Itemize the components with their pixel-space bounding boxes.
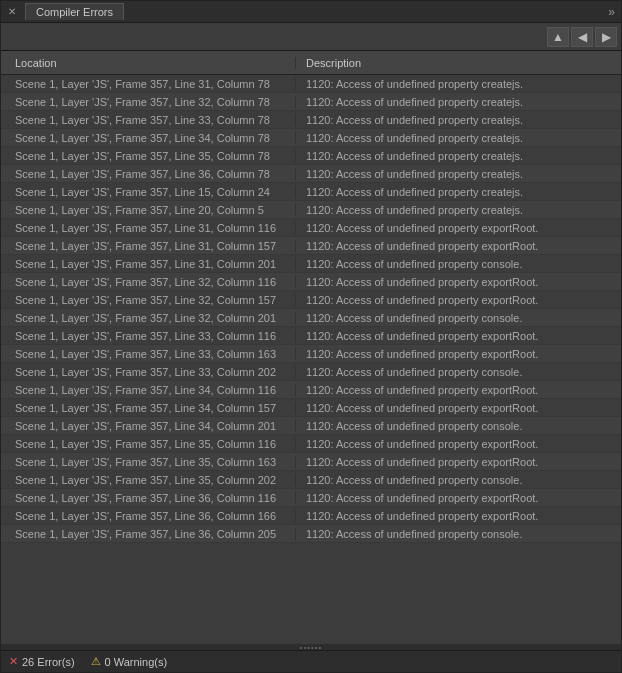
cell-location: Scene 1, Layer 'JS', Frame 357, Line 34,… <box>1 384 296 396</box>
cell-description: 1120: Access of undefined property creat… <box>296 186 621 198</box>
toolbar: ▲ ◀ ▶ <box>1 23 621 51</box>
cell-description: 1120: Access of undefined property expor… <box>296 510 621 522</box>
cell-description: 1120: Access of undefined property expor… <box>296 348 621 360</box>
table-row[interactable]: Scene 1, Layer 'JS', Frame 357, Line 36,… <box>1 507 621 525</box>
table-row[interactable]: Scene 1, Layer 'JS', Frame 357, Line 20,… <box>1 201 621 219</box>
cell-description: 1120: Access of undefined property expor… <box>296 330 621 342</box>
compiler-errors-window: ✕ Compiler Errors » ▲ ◀ ▶ Location Descr… <box>0 0 622 673</box>
table-header: Location Description <box>1 51 621 75</box>
cell-location: Scene 1, Layer 'JS', Frame 357, Line 35,… <box>1 456 296 468</box>
cell-location: Scene 1, Layer 'JS', Frame 357, Line 15,… <box>1 186 296 198</box>
cell-location: Scene 1, Layer 'JS', Frame 357, Line 31,… <box>1 240 296 252</box>
warning-count-item: ⚠ 0 Warning(s) <box>91 655 168 668</box>
cell-description: 1120: Access of undefined property conso… <box>296 258 621 270</box>
title-bar: ✕ Compiler Errors » <box>1 1 621 23</box>
cell-description: 1120: Access of undefined property expor… <box>296 276 621 288</box>
warning-count-label: 0 Warning(s) <box>105 656 168 668</box>
cell-description: 1120: Access of undefined property expor… <box>296 240 621 252</box>
cell-description: 1120: Access of undefined property creat… <box>296 204 621 216</box>
cell-description: 1120: Access of undefined property expor… <box>296 222 621 234</box>
table-row[interactable]: Scene 1, Layer 'JS', Frame 357, Line 32,… <box>1 291 621 309</box>
cell-location: Scene 1, Layer 'JS', Frame 357, Line 31,… <box>1 78 296 90</box>
cell-location: Scene 1, Layer 'JS', Frame 357, Line 34,… <box>1 132 296 144</box>
cell-description: 1120: Access of undefined property creat… <box>296 96 621 108</box>
cell-description: 1120: Access of undefined property expor… <box>296 384 621 396</box>
table-row[interactable]: Scene 1, Layer 'JS', Frame 357, Line 35,… <box>1 471 621 489</box>
cell-location: Scene 1, Layer 'JS', Frame 357, Line 33,… <box>1 348 296 360</box>
cell-location: Scene 1, Layer 'JS', Frame 357, Line 36,… <box>1 168 296 180</box>
cell-description: 1120: Access of undefined property expor… <box>296 438 621 450</box>
cell-location: Scene 1, Layer 'JS', Frame 357, Line 33,… <box>1 366 296 378</box>
description-column-header: Description <box>296 57 621 69</box>
table-row[interactable]: Scene 1, Layer 'JS', Frame 357, Line 34,… <box>1 381 621 399</box>
cell-location: Scene 1, Layer 'JS', Frame 357, Line 32,… <box>1 276 296 288</box>
error-count-item: ✕ 26 Error(s) <box>9 655 75 668</box>
cell-location: Scene 1, Layer 'JS', Frame 357, Line 31,… <box>1 222 296 234</box>
cell-location: Scene 1, Layer 'JS', Frame 357, Line 34,… <box>1 402 296 414</box>
table-row[interactable]: Scene 1, Layer 'JS', Frame 357, Line 32,… <box>1 273 621 291</box>
cell-description: 1120: Access of undefined property creat… <box>296 78 621 90</box>
cell-description: 1120: Access of undefined property expor… <box>296 402 621 414</box>
cell-description: 1120: Access of undefined property expor… <box>296 492 621 504</box>
table-row[interactable]: Scene 1, Layer 'JS', Frame 357, Line 32,… <box>1 309 621 327</box>
cell-description: 1120: Access of undefined property conso… <box>296 420 621 432</box>
table-row[interactable]: Scene 1, Layer 'JS', Frame 357, Line 35,… <box>1 453 621 471</box>
cell-description: 1120: Access of undefined property creat… <box>296 132 621 144</box>
cell-description: 1120: Access of undefined property creat… <box>296 168 621 180</box>
cell-location: Scene 1, Layer 'JS', Frame 357, Line 32,… <box>1 96 296 108</box>
table-row[interactable]: Scene 1, Layer 'JS', Frame 357, Line 31,… <box>1 75 621 93</box>
cell-location: Scene 1, Layer 'JS', Frame 357, Line 32,… <box>1 294 296 306</box>
cell-description: 1120: Access of undefined property creat… <box>296 114 621 126</box>
table-row[interactable]: Scene 1, Layer 'JS', Frame 357, Line 33,… <box>1 111 621 129</box>
cell-location: Scene 1, Layer 'JS', Frame 357, Line 32,… <box>1 312 296 324</box>
table-row[interactable]: Scene 1, Layer 'JS', Frame 357, Line 36,… <box>1 525 621 543</box>
cell-location: Scene 1, Layer 'JS', Frame 357, Line 34,… <box>1 420 296 432</box>
cell-description: 1120: Access of undefined property conso… <box>296 528 621 540</box>
status-bar: ✕ 26 Error(s) ⚠ 0 Warning(s) <box>1 650 621 672</box>
warning-icon: ⚠ <box>91 655 101 668</box>
cell-location: Scene 1, Layer 'JS', Frame 357, Line 36,… <box>1 510 296 522</box>
table-row[interactable]: Scene 1, Layer 'JS', Frame 357, Line 34,… <box>1 417 621 435</box>
cell-location: Scene 1, Layer 'JS', Frame 357, Line 36,… <box>1 528 296 540</box>
navigate-up-button[interactable]: ▲ <box>547 27 569 47</box>
table-row[interactable]: Scene 1, Layer 'JS', Frame 357, Line 35,… <box>1 147 621 165</box>
title-bar-left: ✕ Compiler Errors <box>7 3 124 20</box>
error-icon: ✕ <box>9 655 18 668</box>
navigate-right-button[interactable]: ▶ <box>595 27 617 47</box>
table-row[interactable]: Scene 1, Layer 'JS', Frame 357, Line 33,… <box>1 327 621 345</box>
cell-description: 1120: Access of undefined property expor… <box>296 456 621 468</box>
cell-description: 1120: Access of undefined property conso… <box>296 474 621 486</box>
table-row[interactable]: Scene 1, Layer 'JS', Frame 357, Line 32,… <box>1 93 621 111</box>
cell-location: Scene 1, Layer 'JS', Frame 357, Line 35,… <box>1 438 296 450</box>
cell-description: 1120: Access of undefined property creat… <box>296 150 621 162</box>
error-count-label: 26 Error(s) <box>22 656 75 668</box>
cell-location: Scene 1, Layer 'JS', Frame 357, Line 36,… <box>1 492 296 504</box>
table-row[interactable]: Scene 1, Layer 'JS', Frame 357, Line 36,… <box>1 489 621 507</box>
cell-location: Scene 1, Layer 'JS', Frame 357, Line 20,… <box>1 204 296 216</box>
navigate-left-button[interactable]: ◀ <box>571 27 593 47</box>
cell-location: Scene 1, Layer 'JS', Frame 357, Line 35,… <box>1 474 296 486</box>
cell-location: Scene 1, Layer 'JS', Frame 357, Line 31,… <box>1 258 296 270</box>
table-row[interactable]: Scene 1, Layer 'JS', Frame 357, Line 33,… <box>1 363 621 381</box>
cell-description: 1120: Access of undefined property conso… <box>296 312 621 324</box>
table-row[interactable]: Scene 1, Layer 'JS', Frame 357, Line 31,… <box>1 255 621 273</box>
table-row[interactable]: Scene 1, Layer 'JS', Frame 357, Line 36,… <box>1 165 621 183</box>
table-row[interactable]: Scene 1, Layer 'JS', Frame 357, Line 15,… <box>1 183 621 201</box>
compiler-errors-tab[interactable]: Compiler Errors <box>25 3 124 20</box>
cell-location: Scene 1, Layer 'JS', Frame 357, Line 35,… <box>1 150 296 162</box>
cell-location: Scene 1, Layer 'JS', Frame 357, Line 33,… <box>1 330 296 342</box>
table-row[interactable]: Scene 1, Layer 'JS', Frame 357, Line 34,… <box>1 129 621 147</box>
error-table-body[interactable]: Scene 1, Layer 'JS', Frame 357, Line 31,… <box>1 75 621 644</box>
collapse-button[interactable]: » <box>608 5 615 19</box>
table-row[interactable]: Scene 1, Layer 'JS', Frame 357, Line 31,… <box>1 219 621 237</box>
cell-description: 1120: Access of undefined property expor… <box>296 294 621 306</box>
table-row[interactable]: Scene 1, Layer 'JS', Frame 357, Line 34,… <box>1 399 621 417</box>
close-button[interactable]: ✕ <box>7 7 17 17</box>
location-column-header: Location <box>1 57 296 69</box>
table-row[interactable]: Scene 1, Layer 'JS', Frame 357, Line 33,… <box>1 345 621 363</box>
cell-description: 1120: Access of undefined property conso… <box>296 366 621 378</box>
table-row[interactable]: Scene 1, Layer 'JS', Frame 357, Line 35,… <box>1 435 621 453</box>
table-row[interactable]: Scene 1, Layer 'JS', Frame 357, Line 31,… <box>1 237 621 255</box>
cell-location: Scene 1, Layer 'JS', Frame 357, Line 33,… <box>1 114 296 126</box>
